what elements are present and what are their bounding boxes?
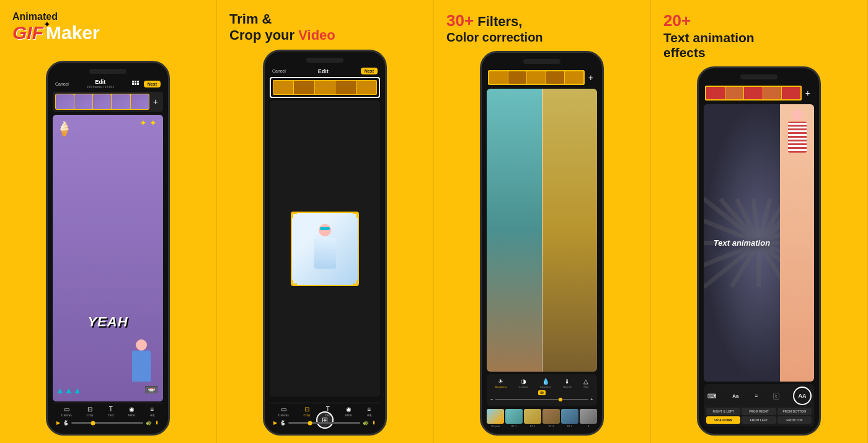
slider-value-badge: 80 (489, 390, 595, 395)
font-aa-btn[interactable]: Aa (731, 392, 740, 400)
phone-mockup-3: + ☀ Brightness (480, 51, 604, 436)
add-clip-button-1[interactable]: + (151, 97, 161, 107)
filter-preview-3 (487, 89, 597, 372)
preset-label-bt3: BT 3 (549, 424, 554, 427)
rabbit-icon-2: 🐇 (280, 420, 286, 426)
phone-header-2: Cancel Edit Next (270, 66, 380, 76)
top-film-frame-4-3 (744, 87, 763, 99)
crop-label-1: Crop (87, 413, 94, 417)
phone-notch-2 (306, 58, 343, 63)
crop-circle-button[interactable]: ⊞ (316, 411, 334, 429)
panel-1-title-line1: Animated (12, 11, 203, 22)
anim-from-right[interactable]: FROM RIGHT (742, 408, 776, 415)
panel-4-title-line2: effects (663, 45, 854, 60)
top-film-frame-4-4 (763, 87, 782, 99)
phone-notch-1 (89, 69, 126, 74)
filter-preset-original[interactable]: Original (487, 409, 504, 427)
tool-text-1[interactable]: T Text (108, 406, 113, 417)
filter-warmth[interactable]: 🌡 Warmth (563, 378, 572, 388)
play-track-1[interactable] (71, 422, 143, 424)
trim-timeline (270, 77, 380, 98)
keyboard-icon-btn[interactable]: ⌨ (706, 392, 717, 401)
add-clip-button-3[interactable]: + (586, 73, 596, 83)
preset-img-bt4 (561, 409, 578, 424)
panel-3-title-line1: Filters, (477, 14, 522, 29)
filter-saturation[interactable]: 💧 Saturation (540, 378, 551, 388)
sharpness-label: Shar (583, 385, 588, 388)
slider-track[interactable] (495, 399, 589, 400)
panel-gif-maker: Animated GIF Maker ✦ Cancel Edit 150 fra… (0, 0, 217, 443)
filter-right-half (542, 89, 597, 372)
preset-img-original (487, 409, 504, 424)
grid-icon-1 (132, 81, 140, 87)
panel-3-number: 30+ (446, 11, 474, 30)
filter-icon: ◉ (129, 406, 135, 413)
from-right-label: FROM RIGHT (749, 409, 769, 413)
anim-from-bottom[interactable]: FROM BOTTOM (777, 408, 812, 415)
frames-label-1: 150 frames / 15.00s (87, 85, 114, 89)
add-clip-button-4[interactable]: + (803, 88, 813, 98)
film-frame-1 (56, 94, 74, 109)
panel-4-title-line1: Text animation (663, 30, 854, 45)
brightness-icon: ☀ (498, 378, 503, 385)
tool-crop-1[interactable]: ⊡ Crop (87, 406, 94, 417)
canvas-label-2: Canvas (278, 413, 289, 417)
warmth-label: Warmth (563, 385, 572, 388)
edit-title-1: Edit (95, 79, 105, 85)
crop-action-row: ⊞ (270, 398, 380, 403)
tool-canvas-1[interactable]: ▭ Canvas (61, 406, 72, 417)
svg-line-15 (704, 243, 759, 287)
top-film-strip-4 (705, 86, 802, 101)
slider-row[interactable]: − + (489, 396, 595, 402)
rabbit-icon-1: 🐇 (63, 420, 69, 426)
sticker-mountains: ▲▲▲ (56, 385, 82, 395)
play-dot-1 (91, 421, 95, 425)
filter-preset-bt3[interactable]: BT 3 (542, 409, 560, 427)
pause-icon-1: ⏸ (154, 420, 159, 426)
canvas-person-1: 🍦 ✦ ✦ ▲▲▲ 📼 YEAH (53, 115, 163, 401)
film-frame-4 (112, 94, 130, 109)
slider-minus[interactable]: − (490, 396, 494, 402)
tool-filter-2[interactable]: ◉ Filter (345, 406, 352, 417)
filter-label-2: Filter (345, 413, 352, 417)
tool-crop-2[interactable]: ⊡ Crop (304, 406, 311, 417)
adj-icon-2: ≡ (368, 406, 371, 413)
crop-box[interactable] (291, 212, 359, 286)
tool-adj-1[interactable]: ≡ Adj (150, 406, 154, 417)
tool-adj-2[interactable]: ≡ Adj (367, 406, 371, 417)
play-icon-1: ▶ (56, 420, 60, 426)
anim-from-left[interactable]: FROM LEFT (742, 416, 776, 424)
slider-thumb[interactable] (559, 398, 562, 401)
filter-left-half (487, 89, 542, 372)
play-dot-2 (308, 421, 312, 425)
play-track-2[interactable] (288, 422, 360, 424)
split-line (542, 89, 542, 372)
filter-sharpness[interactable]: △ Shar (583, 378, 588, 388)
filter-brightness[interactable]: ☀ Brightness (495, 378, 507, 388)
top-film-3: + (487, 69, 597, 86)
next-button-1[interactable]: Next (144, 81, 161, 87)
text-style-btn[interactable]: t (773, 393, 779, 400)
filter-preset-bt4[interactable]: BT 4 (561, 409, 578, 427)
top-film-frame-4-2 (725, 87, 744, 99)
aa-circle-button[interactable]: AA (793, 387, 812, 405)
canvas-yeah-text: YEAH (87, 314, 128, 330)
sharpness-icon: △ (583, 378, 588, 385)
slider-plus[interactable]: + (590, 396, 593, 402)
anim-right-left[interactable]: RIGHT & LEFT (706, 408, 740, 415)
anim-up-down[interactable]: UP & DOWN (706, 416, 740, 424)
top-film-frame-3-5 (565, 71, 583, 84)
text-icon: T (109, 406, 113, 413)
lines-btn[interactable]: ≡ (754, 392, 760, 400)
slider-value-text: 80 (538, 390, 546, 395)
anim-controls: ⌨ Aa ≡ t AA RIGHT & LEFT FROM RIGHT FROM… (704, 384, 814, 426)
anim-from-top[interactable]: FROM TOP (777, 416, 812, 424)
filter-contrast[interactable]: ◑ Contrast (519, 378, 528, 388)
contrast-label: Contrast (519, 385, 528, 388)
tool-filter-1[interactable]: ◉ Filter (128, 406, 135, 417)
filter-preset-bt1[interactable]: BT 1 (505, 409, 523, 427)
filter-preset-b[interactable]: B (580, 409, 597, 427)
tool-canvas-2[interactable]: ▭ Canvas (278, 406, 289, 417)
next-button-2[interactable]: Next (361, 68, 378, 74)
filter-preset-bt2[interactable]: BT 2 (524, 409, 541, 427)
